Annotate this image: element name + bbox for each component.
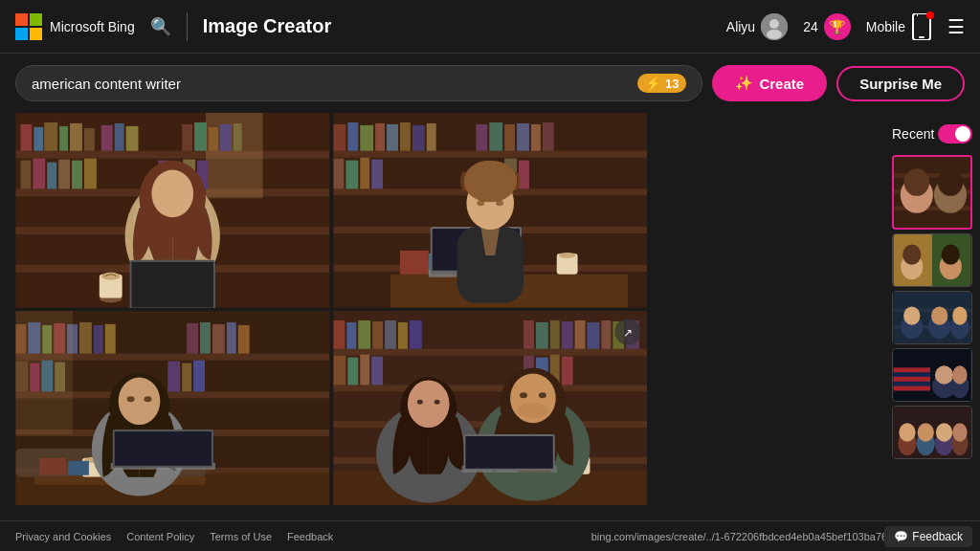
- image-cell-2[interactable]: [333, 113, 648, 308]
- svg-point-199: [902, 245, 921, 265]
- mobile-label: Mobile: [866, 19, 905, 34]
- bing-logo[interactable]: Microsoft Bing: [15, 13, 135, 40]
- footer: Privacy and Cookies Content Policy Terms…: [0, 520, 980, 551]
- svg-rect-35: [58, 160, 70, 189]
- svg-rect-121: [193, 360, 205, 391]
- svg-point-5: [769, 19, 779, 29]
- svg-rect-106: [79, 321, 92, 353]
- privacy-link[interactable]: Privacy and Cookies: [15, 531, 111, 542]
- notification-dot: [926, 11, 934, 19]
- sidebar-thumb-5[interactable]: [892, 406, 972, 459]
- sidebar-header: Recent: [892, 121, 972, 151]
- svg-point-229: [936, 423, 952, 441]
- image-grid: ↗: [15, 113, 647, 505]
- main-content: ↗ Recent: [0, 113, 980, 524]
- coin-count: 24: [803, 19, 818, 34]
- svg-rect-68: [517, 123, 529, 151]
- svg-rect-23: [101, 125, 113, 151]
- svg-rect-154: [574, 320, 585, 348]
- svg-rect-78: [399, 251, 428, 275]
- sidebar-thumb-3[interactable]: [892, 291, 972, 344]
- svg-rect-107: [94, 324, 103, 353]
- svg-rect-27: [182, 124, 192, 151]
- header-divider: [187, 12, 188, 41]
- svg-point-231: [952, 423, 967, 441]
- mobile-badge[interactable]: Mobile: [866, 13, 932, 40]
- sidebar-thumb-2[interactable]: [892, 233, 972, 287]
- sidebar: Recent: [884, 113, 980, 524]
- svg-rect-21: [70, 123, 82, 151]
- svg-rect-72: [345, 161, 358, 189]
- page-title: Image Creator: [203, 15, 726, 37]
- svg-rect-60: [375, 123, 385, 151]
- svg-text:↗: ↗: [623, 325, 633, 339]
- svg-rect-8: [919, 36, 924, 38]
- create-button[interactable]: ✨ Create: [712, 65, 827, 101]
- terms-link[interactable]: Terms of Use: [210, 531, 272, 542]
- header-right: Aliyu 24 🏆 Mobile: [726, 13, 965, 40]
- svg-rect-0: [15, 13, 28, 26]
- bing-logo-icon: [15, 13, 42, 40]
- feedback-icon: 💬: [894, 530, 908, 543]
- content-policy-link[interactable]: Content Policy: [126, 531, 194, 542]
- svg-rect-128: [68, 460, 89, 474]
- sidebar-thumb-4[interactable]: [892, 348, 972, 402]
- coin-badge[interactable]: 24 🏆: [803, 13, 851, 40]
- svg-rect-73: [360, 158, 369, 189]
- image-cell-3[interactable]: [15, 311, 330, 506]
- image-cell-4[interactable]: ↗: [333, 311, 648, 506]
- svg-rect-140: [333, 385, 647, 391]
- svg-rect-116: [30, 363, 39, 391]
- svg-rect-143: [333, 320, 345, 348]
- svg-rect-28: [194, 122, 207, 151]
- feedback-btn-label: Feedback: [912, 530, 963, 543]
- svg-point-131: [119, 377, 161, 425]
- coin-icon: 🏆: [824, 13, 851, 40]
- surprise-label: Surprise Me: [859, 76, 942, 92]
- svg-rect-13: [15, 151, 329, 159]
- svg-rect-113: [238, 324, 250, 353]
- feedback-button[interactable]: 💬 Feedback: [884, 526, 972, 547]
- svg-rect-70: [542, 122, 553, 151]
- svg-rect-36: [72, 161, 82, 189]
- boost-count: 13: [665, 77, 679, 91]
- svg-rect-110: [200, 321, 211, 353]
- image-cell-1[interactable]: [15, 113, 330, 308]
- svg-rect-146: [372, 320, 383, 348]
- svg-rect-3: [30, 28, 42, 40]
- svg-rect-111: [212, 323, 225, 353]
- svg-rect-32: [20, 161, 31, 189]
- search-input[interactable]: [32, 76, 637, 92]
- svg-rect-161: [360, 354, 369, 385]
- svg-rect-71: [333, 159, 344, 189]
- brand-name: Microsoft Bing: [50, 19, 135, 34]
- boost-badge[interactable]: ⚡ 13: [637, 74, 686, 93]
- svg-rect-156: [601, 320, 611, 348]
- svg-rect-76: [519, 161, 529, 189]
- hamburger-menu[interactable]: ☰: [947, 15, 965, 38]
- svg-rect-217: [894, 386, 931, 391]
- svg-rect-216: [894, 377, 931, 382]
- surprise-button[interactable]: Surprise Me: [836, 66, 965, 101]
- svg-rect-1: [30, 13, 42, 26]
- svg-rect-109: [187, 322, 198, 353]
- svg-rect-108: [105, 323, 116, 353]
- svg-point-181: [434, 399, 439, 404]
- header: Microsoft Bing 🔍 Image Creator Aliyu 24 …: [0, 0, 980, 54]
- toggle-knob: [955, 126, 970, 142]
- svg-rect-9: [917, 13, 918, 16]
- user-info[interactable]: Aliyu: [726, 13, 788, 40]
- svg-rect-117: [41, 360, 53, 391]
- search-icon[interactable]: 🔍: [150, 16, 171, 37]
- svg-rect-33: [33, 159, 45, 189]
- feedback-link[interactable]: Feedback: [287, 531, 333, 542]
- search-input-wrap: ⚡ 13: [15, 65, 702, 101]
- avatar: [761, 13, 788, 40]
- svg-rect-119: [167, 361, 180, 391]
- svg-rect-150: [523, 320, 533, 348]
- recent-toggle[interactable]: [938, 124, 972, 143]
- svg-point-219: [935, 365, 953, 384]
- sidebar-thumb-1[interactable]: [892, 155, 972, 230]
- svg-point-6: [767, 30, 782, 39]
- svg-point-93: [477, 200, 484, 206]
